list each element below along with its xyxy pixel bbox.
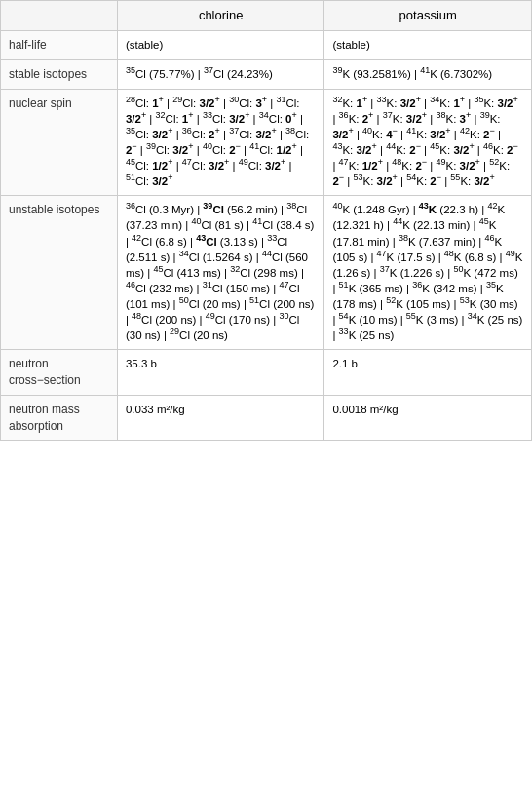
row-label-2: nuclear spin [1, 89, 118, 196]
row-label-4: neutron cross−section [1, 350, 118, 396]
header-potassium: potassium [324, 1, 532, 31]
chlorine-cell-5: 0.033 m²/kg [117, 395, 324, 441]
row-label-5: neutron mass absorption [1, 395, 118, 441]
chlorine-cell-0: (stable) [117, 31, 324, 60]
chlorine-cell-3: 36Cl (0.3 Myr) | 39Cl (56.2 min) | 38Cl … [117, 196, 324, 350]
chlorine-cell-2: 28Cl: 1+ | 29Cl: 3/2+ | 30Cl: 3+ | 31Cl:… [117, 89, 324, 196]
potassium-cell-0: (stable) [324, 31, 532, 60]
potassium-cell-1: 39K (93.2581%) | 41K (6.7302%) [324, 59, 532, 89]
row-label-1: stable isotopes [1, 59, 118, 89]
row-label-3: unstable isotopes [1, 196, 118, 350]
potassium-cell-5: 0.0018 m²/kg [324, 395, 532, 441]
header-chlorine: chlorine [117, 1, 324, 31]
header-col1 [1, 1, 118, 31]
potassium-cell-2: 32K: 1+ | 33K: 3/2+ | 34K: 1+ | 35K: 3/2… [324, 89, 532, 196]
potassium-cell-4: 2.1 b [324, 350, 532, 396]
chlorine-cell-1: 35Cl (75.77%) | 37Cl (24.23%) [117, 59, 324, 89]
row-label-0: half-life [1, 31, 118, 60]
potassium-cell-3: 40K (1.248 Gyr) | 43K (22.3 h) | 42K (12… [324, 196, 532, 350]
chlorine-cell-4: 35.3 b [117, 350, 324, 396]
